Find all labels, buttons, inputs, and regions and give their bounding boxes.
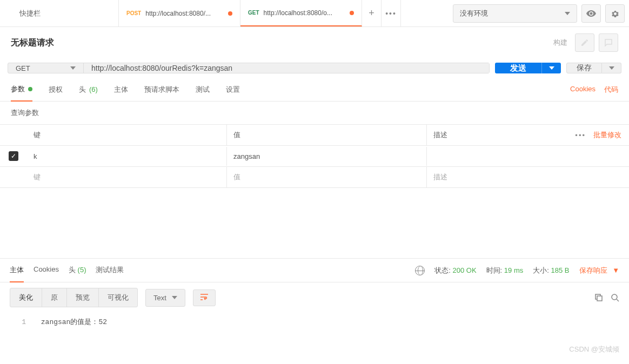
tab-prerequest[interactable]: 预请求脚本 [144,78,179,101]
param-value-placeholder[interactable]: 值 [227,167,427,187]
tab-tests[interactable]: 测试 [196,78,210,101]
response-text: zangsan的值是：52 [41,318,107,326]
size-block: 大小: 185 B [533,266,569,275]
view-environment-button[interactable] [581,4,601,23]
resp-tab-headers-count: (5) [78,266,86,274]
param-key-placeholder[interactable]: 键 [27,167,227,187]
request-tabs-row: 参数 授权 头 (6) 主体 预请求脚本 测试 设置 Cookies 代码 [0,78,629,102]
param-checkbox-cell [0,172,27,183]
status-label: 状态: [434,266,451,274]
response-toolbar: 美化 原 预览 可视化 Text [0,282,629,313]
chevron-down-icon [172,296,177,299]
param-checkbox[interactable]: ✓ [9,151,18,161]
comments-button[interactable] [575,33,594,52]
tabs-container: 快捷栏 POST http://localhost:8080/... GET h… [0,0,449,26]
col-check [0,130,27,140]
params-header: 键 值 描述 ••• 批量修改 [0,125,629,146]
request-title[interactable]: 无标题请求 [11,37,54,49]
bulk-edit-link[interactable]: 批量修改 [593,130,621,140]
method-label: GET [16,64,30,72]
copy-icon[interactable] [594,293,603,302]
resp-tab-body[interactable]: 主体 [10,259,24,282]
info-button[interactable] [599,33,618,52]
pencil-icon [580,38,589,47]
view-tab-preview[interactable]: 预览 [67,288,99,307]
tab-authorization[interactable]: 授权 [49,78,63,101]
more-icon[interactable]: ••• [575,131,586,139]
tab-actions: + ••• [362,0,401,26]
chevron-down-icon [70,66,76,70]
resp-tab-tests[interactable]: 测试结果 [96,259,124,282]
tab-url-label: http://localhost:8080/o... [264,9,346,17]
status-block: 状态: 200 OK [434,266,476,275]
search-icon[interactable] [611,293,619,302]
code-link[interactable]: 代码 [604,85,618,95]
unsaved-dot-icon [350,11,354,15]
method-select[interactable]: GET [8,63,84,73]
tab-params-label: 参数 [11,84,25,94]
cookies-link[interactable]: Cookies [570,85,595,95]
col-desc-header: 描述 [427,125,575,145]
param-key-cell[interactable]: k [27,147,227,166]
tab-method-label: GET [248,10,259,16]
quick-tab[interactable]: 快捷栏 [0,0,119,26]
comment-icon [604,38,613,47]
wrap-icon [200,293,209,301]
col-key-header: 键 [27,125,227,145]
view-tab-raw[interactable]: 原 [42,288,67,307]
svg-line-3 [617,299,619,301]
unsaved-dot-icon [228,11,232,16]
size-label: 大小: [533,266,549,274]
add-tab-button[interactable]: + [362,0,382,27]
tab-headers[interactable]: 头 (6) [79,78,98,101]
globe-icon[interactable] [415,266,425,275]
params-row-new[interactable]: 键 值 描述 [0,167,629,188]
resp-tab-cookies[interactable]: Cookies [34,259,59,282]
time-label: 时间: [486,266,503,274]
active-dot-icon [28,87,32,91]
view-tab-pretty[interactable]: 美化 [10,288,42,307]
params-row[interactable]: ✓ k zangsan [0,146,629,167]
tab-body[interactable]: 主体 [114,78,128,101]
save-button[interactable]: 保存 [566,63,602,73]
settings-button[interactable] [605,4,625,23]
chevron-down-icon [565,12,570,15]
param-desc-cell[interactable] [427,151,629,161]
param-desc-placeholder[interactable]: 描述 [427,167,629,187]
response-body[interactable]: 1 zangsan的值是：52 [0,313,629,331]
time-block: 时间: 19 ms [486,266,524,275]
response-tabs: 主体 Cookies 头 (5) 测试结果 [10,259,124,282]
eye-icon [586,10,596,17]
environment-label: 没有环境 [460,9,488,18]
save-response-link[interactable]: 保存响应 ▼ [579,266,620,275]
build-label[interactable]: 构建 [553,38,567,48]
time-value: 19 ms [504,266,523,274]
view-tab-visualize[interactable]: 可视化 [99,288,137,307]
tab-post-request[interactable]: POST http://localhost:8080/... [119,0,240,26]
send-button[interactable]: 发送 [495,63,541,73]
tab-get-request[interactable]: GET http://localhost:8080/o... [240,0,362,26]
wrap-lines-button[interactable] [193,289,216,306]
chevron-down-icon [609,66,614,70]
request-row: GET 发送 保存 [0,58,629,78]
format-select[interactable]: Text [145,289,185,307]
tab-settings[interactable]: 设置 [226,78,240,101]
url-input[interactable] [84,63,489,73]
save-dropdown[interactable] [602,63,621,73]
param-checkbox-cell: ✓ [0,146,27,166]
request-tabs: 参数 授权 头 (6) 主体 预请求脚本 测试 设置 [11,78,240,101]
tab-url-label: http://localhost:8080/... [145,10,225,17]
size-value: 185 B [551,266,570,274]
response-status-row: 状态: 200 OK 时间: 19 ms 大小: 185 B 保存响应 ▼ [415,266,619,275]
title-row: 无标题请求 构建 [0,27,629,58]
quick-tab-label: 快捷栏 [19,9,41,18]
environment-select[interactable]: 没有环境 [453,4,577,23]
send-dropdown[interactable] [541,63,561,73]
chevron-down-icon [549,66,554,70]
resp-tab-headers[interactable]: 头 (5) [69,259,86,282]
tab-params[interactable]: 参数 [11,78,32,102]
more-tabs-button[interactable]: ••• [382,0,401,27]
save-group: 保存 [566,63,621,73]
param-value-cell[interactable]: zangsan [227,147,427,166]
svg-point-2 [612,294,617,300]
